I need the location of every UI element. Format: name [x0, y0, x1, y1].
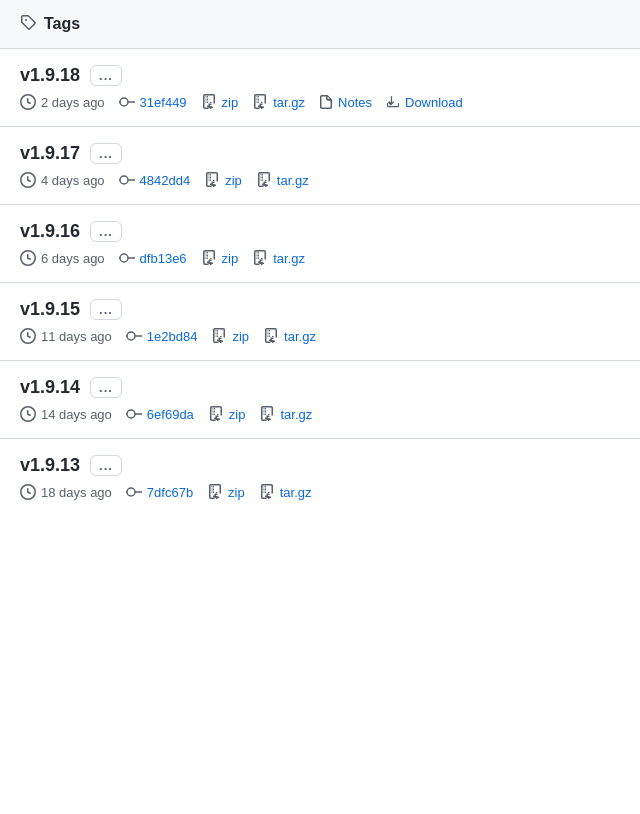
targz-link[interactable]: tar.gz [277, 173, 309, 188]
tag-commit[interactable]: dfb13e6 [119, 251, 187, 266]
tag-commit[interactable]: 4842dd4 [119, 173, 191, 188]
zip-link[interactable]: zip [228, 485, 245, 500]
zip-link[interactable]: zip [232, 329, 249, 344]
tag-zip[interactable]: zip [201, 94, 239, 110]
tag-time: 11 days ago [20, 328, 112, 344]
commit-link[interactable]: 6ef69da [147, 407, 194, 422]
tag-zip[interactable]: zip [211, 328, 249, 344]
zip-link[interactable]: zip [225, 173, 242, 188]
svg-point-15 [127, 488, 135, 496]
svg-point-3 [120, 176, 128, 184]
svg-point-9 [127, 332, 135, 340]
targz-link[interactable]: tar.gz [273, 251, 305, 266]
tag-options-button[interactable]: ... [90, 143, 122, 164]
zip-link[interactable]: zip [222, 95, 239, 110]
svg-point-6 [120, 254, 128, 262]
tag-download[interactable]: Download [386, 95, 463, 110]
page-title: Tags [44, 15, 80, 33]
tag-zip[interactable]: zip [208, 406, 246, 422]
tag-targz[interactable]: tar.gz [263, 328, 316, 344]
tag-time: 14 days ago [20, 406, 112, 422]
zip-link[interactable]: zip [222, 251, 239, 266]
tag-options-button[interactable]: ... [90, 455, 122, 476]
svg-point-0 [120, 98, 128, 106]
tag-version[interactable]: v1.9.16 [20, 221, 80, 242]
tag-version[interactable]: v1.9.14 [20, 377, 80, 398]
commit-link[interactable]: 7dfc67b [147, 485, 193, 500]
tag-row: v1.9.16...6 days ago dfb13e6ziptar.gz [0, 205, 640, 283]
commit-link[interactable]: dfb13e6 [140, 251, 187, 266]
tag-zip[interactable]: zip [201, 250, 239, 266]
tag-notes[interactable]: Notes [319, 94, 372, 110]
tag-targz[interactable]: tar.gz [252, 250, 305, 266]
tags-list: v1.9.18...2 days ago 31ef449ziptar.gzNot… [0, 49, 640, 516]
tag-icon [20, 14, 36, 34]
tag-version[interactable]: v1.9.18 [20, 65, 80, 86]
tag-options-button[interactable]: ... [90, 299, 122, 320]
tag-zip[interactable]: zip [207, 484, 245, 500]
download-link[interactable]: Download [405, 95, 463, 110]
tag-row: v1.9.17...4 days ago 4842dd4ziptar.gz [0, 127, 640, 205]
tag-options-button[interactable]: ... [90, 377, 122, 398]
tag-zip[interactable]: zip [204, 172, 242, 188]
tag-options-button[interactable]: ... [90, 221, 122, 242]
tag-time: 6 days ago [20, 250, 105, 266]
tag-time: 4 days ago [20, 172, 105, 188]
tag-version[interactable]: v1.9.13 [20, 455, 80, 476]
tag-targz[interactable]: tar.gz [256, 172, 309, 188]
tag-targz[interactable]: tar.gz [252, 94, 305, 110]
targz-link[interactable]: tar.gz [284, 329, 316, 344]
commit-link[interactable]: 4842dd4 [140, 173, 191, 188]
targz-link[interactable]: tar.gz [280, 485, 312, 500]
tag-version[interactable]: v1.9.17 [20, 143, 80, 164]
tag-row: v1.9.13...18 days ago 7dfc67bziptar.gz [0, 439, 640, 516]
notes-link[interactable]: Notes [338, 95, 372, 110]
commit-link[interactable]: 1e2bd84 [147, 329, 198, 344]
tag-commit[interactable]: 6ef69da [126, 407, 194, 422]
tag-commit[interactable]: 1e2bd84 [126, 329, 198, 344]
tag-commit[interactable]: 31ef449 [119, 95, 187, 110]
targz-link[interactable]: tar.gz [280, 407, 312, 422]
tag-targz[interactable]: tar.gz [259, 406, 312, 422]
tag-row: v1.9.15...11 days ago 1e2bd84ziptar.gz [0, 283, 640, 361]
commit-link[interactable]: 31ef449 [140, 95, 187, 110]
tag-time: 2 days ago [20, 94, 105, 110]
targz-link[interactable]: tar.gz [273, 95, 305, 110]
zip-link[interactable]: zip [229, 407, 246, 422]
tag-row: v1.9.14...14 days ago 6ef69daziptar.gz [0, 361, 640, 439]
page-header: Tags [0, 0, 640, 49]
svg-point-12 [127, 410, 135, 418]
tag-row: v1.9.18...2 days ago 31ef449ziptar.gzNot… [0, 49, 640, 127]
tag-commit[interactable]: 7dfc67b [126, 485, 193, 500]
tag-options-button[interactable]: ... [90, 65, 122, 86]
tag-version[interactable]: v1.9.15 [20, 299, 80, 320]
tag-targz[interactable]: tar.gz [259, 484, 312, 500]
tag-time: 18 days ago [20, 484, 112, 500]
